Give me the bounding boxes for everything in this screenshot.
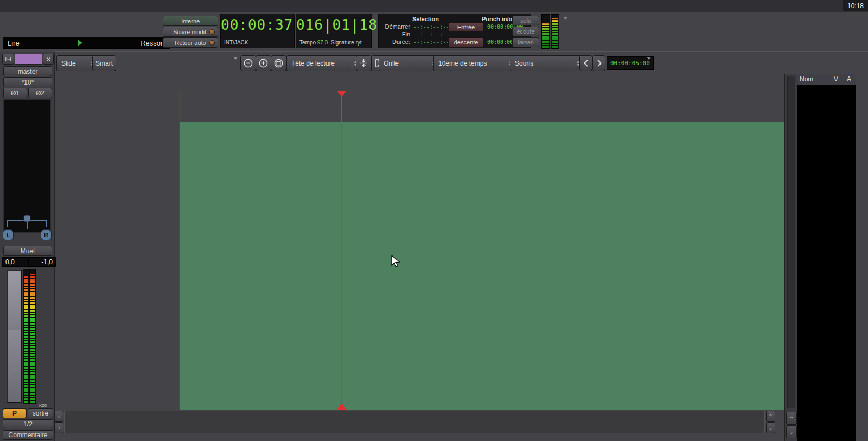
zoom-to-session-button[interactable]: [271, 55, 286, 71]
status-bar: 10:18: [843, 0, 868, 11]
menubar: 10:18: [0, 0, 868, 12]
gain-fader[interactable]: [7, 270, 22, 403]
sel-start-value: --:--:--:--: [413, 24, 449, 30]
meter-point-button[interactable]: P: [3, 408, 27, 418]
punch-out-button[interactable]: descente: [448, 37, 484, 47]
zoom-out-button[interactable]: [240, 55, 256, 71]
strip-name-button[interactable]: master: [3, 66, 52, 76]
sidebar-tabs: [856, 74, 868, 441]
playhead-bottom-marker[interactable]: [337, 403, 347, 410]
feedback-button[interactable]: larsen: [512, 37, 539, 47]
primary-clock-source: INT/JACK: [224, 40, 248, 46]
zoom-in-button[interactable]: [256, 55, 271, 71]
smart-mode-button[interactable]: Smart: [92, 55, 116, 71]
sync-source-button[interactable]: Interne: [163, 16, 218, 26]
editor-vertical-scrollbar[interactable]: ⌃ ⌄: [784, 74, 797, 441]
grid-unit-value: 10ème de temps: [438, 60, 487, 67]
editor-mixer-strip: master *10* Ø1 Ø2 L R Muet 0,0 -1,0 K20 …: [0, 52, 55, 441]
col-v[interactable]: V: [829, 75, 843, 83]
output-button[interactable]: sortie: [28, 408, 53, 418]
editor-toolbar: Slide Smart Tête de lecture Grille 10ème…: [54, 51, 868, 74]
summary-scroll-right-button[interactable]: ›: [54, 422, 63, 433]
sel-end-value: --:--:--:--: [413, 31, 449, 37]
primary-clock-value: 00:00:37:21: [221, 17, 294, 33]
wall-clock: 10:18: [847, 2, 864, 10]
playhead-top-marker[interactable]: [337, 91, 347, 97]
auto-return-button[interactable]: Retour auto: [163, 37, 218, 48]
phase-1-button[interactable]: Ø1: [3, 88, 27, 98]
master-vu-right: [551, 14, 559, 49]
sel-duration-label: Durée:: [379, 39, 410, 45]
grid-combo[interactable]: Grille: [379, 55, 441, 71]
transport-options-chevron-icon[interactable]: [563, 17, 567, 20]
nudge-forward-button[interactable]: [592, 55, 605, 71]
draw-length-value: Souris: [515, 60, 533, 67]
sel-duration-value: --:--:--:--: [413, 39, 449, 45]
gain-display[interactable]: 0,0: [2, 257, 30, 267]
secondary-clock-info: Tempo 97,0 Signature ryt: [299, 40, 362, 46]
summary-scroll-left-button[interactable]: ‹: [54, 411, 63, 422]
auto-return-led-icon: [209, 40, 215, 46]
zoom-focus-value: Tête de lecture: [291, 60, 335, 67]
master-vu-left: [541, 14, 550, 49]
shuttle-spring-label: Ressort: [141, 39, 165, 47]
processor-box: [3, 99, 51, 233]
session-start-line: [179, 91, 180, 410]
scrollbar-track[interactable]: [787, 76, 795, 408]
selection-title: Sélection: [412, 16, 439, 22]
col-nom[interactable]: Nom: [797, 75, 829, 83]
edit-mode-value: Slide: [61, 60, 76, 67]
sel-end-label: Fin: [379, 31, 410, 37]
sel-start-label: Démarrer: [379, 23, 410, 30]
primary-clock[interactable]: 00:00:37:21 INT/JACK: [220, 14, 295, 48]
summary-zoom-out-button[interactable]: ⌄: [766, 422, 775, 433]
nudge-back-button[interactable]: [579, 55, 592, 71]
summary-view[interactable]: [64, 411, 765, 433]
scroll-up-button[interactable]: ⌃: [786, 412, 797, 425]
phase-2-button[interactable]: Ø2: [28, 88, 52, 98]
meter-bar-left: [23, 269, 29, 404]
pan-left-button[interactable]: L: [3, 229, 14, 240]
channels-button[interactable]: 1/2: [3, 419, 53, 429]
summary-zoom-in-button[interactable]: ⌃: [766, 411, 775, 422]
play-triangle-icon: [78, 40, 82, 46]
playhead[interactable]: [341, 91, 342, 410]
peak-display[interactable]: -1,0: [28, 257, 56, 267]
follow-edits-button[interactable]: Suivre modif.: [163, 27, 218, 37]
track-color-swatch[interactable]: [15, 54, 42, 65]
mouse-cursor: [391, 255, 403, 268]
grid-unit-combo[interactable]: 10ème de temps: [433, 55, 517, 71]
follow-edits-label: Suivre modif.: [173, 29, 208, 35]
pan-widget[interactable]: L R: [2, 214, 52, 242]
nudge-chevron-icon[interactable]: [647, 57, 651, 60]
audition-button[interactable]: écoute: [512, 27, 539, 36]
punch-in-button[interactable]: Entrée: [448, 22, 484, 32]
col-a[interactable]: A: [843, 75, 856, 83]
pan-right-button[interactable]: R: [41, 229, 52, 240]
ardour-editor-window: 10:18 Lire Ressort Interne Suivre modif.…: [0, 0, 868, 441]
selection-panel: Sélection Punch in/out Démarrer Fin Duré…: [378, 14, 531, 48]
strip-width-button[interactable]: [2, 54, 14, 65]
editor-canvas[interactable]: [179, 122, 784, 410]
draw-length-combo[interactable]: Souris: [510, 55, 585, 71]
signature-label: Signature ryt: [331, 40, 362, 46]
transport-bar: Lire Ressort Interne Suivre modif. Retou…: [0, 12, 868, 51]
mute-button[interactable]: Muet: [3, 246, 52, 256]
secondary-clock[interactable]: 016|01|1833 Tempo 97,0 Signature ryt: [296, 14, 372, 48]
solo-button[interactable]: solo: [512, 16, 539, 25]
meter-scale: [36, 269, 61, 404]
tempo-label: Tempo: [299, 40, 316, 46]
shuttle-control[interactable]: Lire Ressort: [3, 37, 170, 49]
summary-navigator: ‹ › ⌃ ⌄: [54, 411, 784, 433]
tools-chevron-icon[interactable]: [233, 57, 238, 60]
meter-bar-right: [29, 269, 36, 404]
strip-ten-button[interactable]: *10*: [3, 77, 52, 87]
strip-hide-button[interactable]: [43, 54, 54, 65]
comment-button[interactable]: Commentaire: [3, 430, 53, 440]
shuttle-play-label: Lire: [8, 39, 20, 47]
fit-tracks-button[interactable]: [356, 55, 372, 71]
tempo-value[interactable]: 97,0: [317, 40, 328, 46]
secondary-clock-value: 016|01|1833: [296, 17, 371, 33]
scroll-down-button[interactable]: ⌄: [786, 425, 797, 438]
zoom-focus-combo[interactable]: Tête de lecture: [286, 55, 362, 71]
